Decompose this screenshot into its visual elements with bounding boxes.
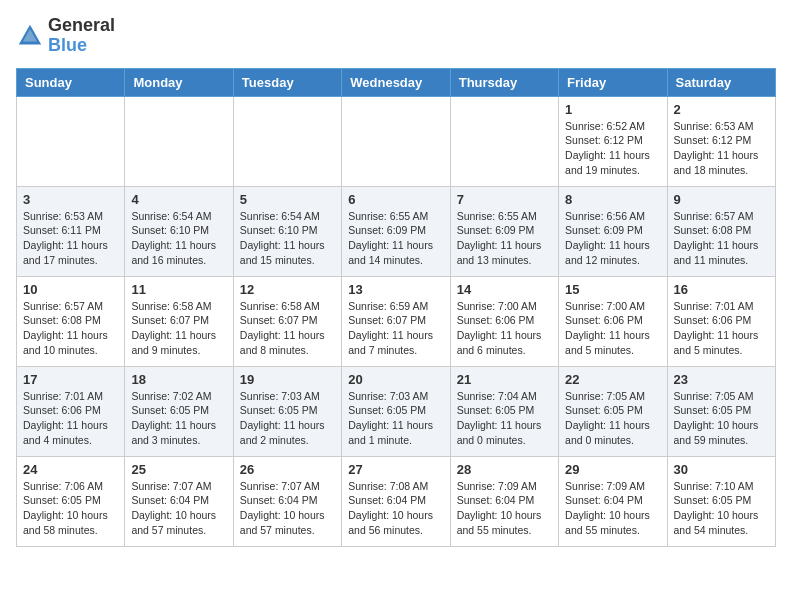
day-number: 2: [674, 102, 769, 117]
week-row-4: 17Sunrise: 7:01 AM Sunset: 6:06 PM Dayli…: [17, 366, 776, 456]
calendar-cell: 22Sunrise: 7:05 AM Sunset: 6:05 PM Dayli…: [559, 366, 667, 456]
day-number: 11: [131, 282, 226, 297]
day-info: Sunrise: 6:53 AM Sunset: 6:12 PM Dayligh…: [674, 119, 769, 178]
day-info: Sunrise: 6:54 AM Sunset: 6:10 PM Dayligh…: [131, 209, 226, 268]
day-number: 23: [674, 372, 769, 387]
week-row-5: 24Sunrise: 7:06 AM Sunset: 6:05 PM Dayli…: [17, 456, 776, 546]
day-info: Sunrise: 7:01 AM Sunset: 6:06 PM Dayligh…: [674, 299, 769, 358]
day-number: 12: [240, 282, 335, 297]
day-number: 22: [565, 372, 660, 387]
day-info: Sunrise: 6:56 AM Sunset: 6:09 PM Dayligh…: [565, 209, 660, 268]
day-number: 20: [348, 372, 443, 387]
day-info: Sunrise: 7:05 AM Sunset: 6:05 PM Dayligh…: [565, 389, 660, 448]
day-info: Sunrise: 6:55 AM Sunset: 6:09 PM Dayligh…: [348, 209, 443, 268]
calendar-cell: 6Sunrise: 6:55 AM Sunset: 6:09 PM Daylig…: [342, 186, 450, 276]
calendar-cell: 3Sunrise: 6:53 AM Sunset: 6:11 PM Daylig…: [17, 186, 125, 276]
day-info: Sunrise: 7:05 AM Sunset: 6:05 PM Dayligh…: [674, 389, 769, 448]
weekday-header-thursday: Thursday: [450, 68, 558, 96]
day-info: Sunrise: 7:09 AM Sunset: 6:04 PM Dayligh…: [565, 479, 660, 538]
day-info: Sunrise: 7:04 AM Sunset: 6:05 PM Dayligh…: [457, 389, 552, 448]
calendar-cell: [17, 96, 125, 186]
weekday-header-wednesday: Wednesday: [342, 68, 450, 96]
calendar-cell: 26Sunrise: 7:07 AM Sunset: 6:04 PM Dayli…: [233, 456, 341, 546]
weekday-header-saturday: Saturday: [667, 68, 775, 96]
calendar-cell: 1Sunrise: 6:52 AM Sunset: 6:12 PM Daylig…: [559, 96, 667, 186]
calendar-cell: 21Sunrise: 7:04 AM Sunset: 6:05 PM Dayli…: [450, 366, 558, 456]
day-number: 30: [674, 462, 769, 477]
day-info: Sunrise: 7:10 AM Sunset: 6:05 PM Dayligh…: [674, 479, 769, 538]
day-number: 29: [565, 462, 660, 477]
day-info: Sunrise: 7:07 AM Sunset: 6:04 PM Dayligh…: [240, 479, 335, 538]
day-number: 3: [23, 192, 118, 207]
calendar-cell: 23Sunrise: 7:05 AM Sunset: 6:05 PM Dayli…: [667, 366, 775, 456]
calendar-cell: 24Sunrise: 7:06 AM Sunset: 6:05 PM Dayli…: [17, 456, 125, 546]
week-row-1: 1Sunrise: 6:52 AM Sunset: 6:12 PM Daylig…: [17, 96, 776, 186]
day-number: 21: [457, 372, 552, 387]
day-info: Sunrise: 6:54 AM Sunset: 6:10 PM Dayligh…: [240, 209, 335, 268]
day-info: Sunrise: 7:08 AM Sunset: 6:04 PM Dayligh…: [348, 479, 443, 538]
day-info: Sunrise: 6:55 AM Sunset: 6:09 PM Dayligh…: [457, 209, 552, 268]
day-info: Sunrise: 6:59 AM Sunset: 6:07 PM Dayligh…: [348, 299, 443, 358]
day-info: Sunrise: 7:03 AM Sunset: 6:05 PM Dayligh…: [348, 389, 443, 448]
day-number: 9: [674, 192, 769, 207]
day-info: Sunrise: 7:07 AM Sunset: 6:04 PM Dayligh…: [131, 479, 226, 538]
day-number: 15: [565, 282, 660, 297]
day-number: 8: [565, 192, 660, 207]
calendar-cell: 7Sunrise: 6:55 AM Sunset: 6:09 PM Daylig…: [450, 186, 558, 276]
calendar-table: SundayMondayTuesdayWednesdayThursdayFrid…: [16, 68, 776, 547]
day-info: Sunrise: 6:52 AM Sunset: 6:12 PM Dayligh…: [565, 119, 660, 178]
calendar-cell: 29Sunrise: 7:09 AM Sunset: 6:04 PM Dayli…: [559, 456, 667, 546]
week-row-2: 3Sunrise: 6:53 AM Sunset: 6:11 PM Daylig…: [17, 186, 776, 276]
day-number: 18: [131, 372, 226, 387]
calendar-cell: [450, 96, 558, 186]
calendar-cell: 11Sunrise: 6:58 AM Sunset: 6:07 PM Dayli…: [125, 276, 233, 366]
day-number: 27: [348, 462, 443, 477]
calendar-cell: [342, 96, 450, 186]
day-info: Sunrise: 7:01 AM Sunset: 6:06 PM Dayligh…: [23, 389, 118, 448]
calendar-cell: [125, 96, 233, 186]
day-info: Sunrise: 6:53 AM Sunset: 6:11 PM Dayligh…: [23, 209, 118, 268]
day-number: 14: [457, 282, 552, 297]
calendar-cell: 5Sunrise: 6:54 AM Sunset: 6:10 PM Daylig…: [233, 186, 341, 276]
calendar-cell: 13Sunrise: 6:59 AM Sunset: 6:07 PM Dayli…: [342, 276, 450, 366]
calendar-cell: 10Sunrise: 6:57 AM Sunset: 6:08 PM Dayli…: [17, 276, 125, 366]
day-number: 5: [240, 192, 335, 207]
calendar-cell: 28Sunrise: 7:09 AM Sunset: 6:04 PM Dayli…: [450, 456, 558, 546]
calendar-cell: 4Sunrise: 6:54 AM Sunset: 6:10 PM Daylig…: [125, 186, 233, 276]
day-info: Sunrise: 7:02 AM Sunset: 6:05 PM Dayligh…: [131, 389, 226, 448]
day-number: 7: [457, 192, 552, 207]
week-row-3: 10Sunrise: 6:57 AM Sunset: 6:08 PM Dayli…: [17, 276, 776, 366]
calendar-cell: 30Sunrise: 7:10 AM Sunset: 6:05 PM Dayli…: [667, 456, 775, 546]
day-number: 4: [131, 192, 226, 207]
day-number: 13: [348, 282, 443, 297]
day-number: 6: [348, 192, 443, 207]
calendar-cell: 27Sunrise: 7:08 AM Sunset: 6:04 PM Dayli…: [342, 456, 450, 546]
calendar-cell: [233, 96, 341, 186]
calendar-cell: 25Sunrise: 7:07 AM Sunset: 6:04 PM Dayli…: [125, 456, 233, 546]
day-number: 25: [131, 462, 226, 477]
calendar-cell: 12Sunrise: 6:58 AM Sunset: 6:07 PM Dayli…: [233, 276, 341, 366]
calendar-cell: 18Sunrise: 7:02 AM Sunset: 6:05 PM Dayli…: [125, 366, 233, 456]
day-info: Sunrise: 7:00 AM Sunset: 6:06 PM Dayligh…: [457, 299, 552, 358]
day-info: Sunrise: 6:57 AM Sunset: 6:08 PM Dayligh…: [23, 299, 118, 358]
day-info: Sunrise: 6:58 AM Sunset: 6:07 PM Dayligh…: [131, 299, 226, 358]
weekday-header-tuesday: Tuesday: [233, 68, 341, 96]
calendar-cell: 20Sunrise: 7:03 AM Sunset: 6:05 PM Dayli…: [342, 366, 450, 456]
logo: General Blue: [16, 16, 115, 56]
calendar-cell: 9Sunrise: 6:57 AM Sunset: 6:08 PM Daylig…: [667, 186, 775, 276]
weekday-header-sunday: Sunday: [17, 68, 125, 96]
day-number: 19: [240, 372, 335, 387]
calendar-cell: 16Sunrise: 7:01 AM Sunset: 6:06 PM Dayli…: [667, 276, 775, 366]
weekday-header-friday: Friday: [559, 68, 667, 96]
weekday-header-row: SundayMondayTuesdayWednesdayThursdayFrid…: [17, 68, 776, 96]
day-number: 28: [457, 462, 552, 477]
calendar-cell: 17Sunrise: 7:01 AM Sunset: 6:06 PM Dayli…: [17, 366, 125, 456]
page-header: General Blue: [16, 16, 776, 56]
day-number: 16: [674, 282, 769, 297]
day-info: Sunrise: 7:03 AM Sunset: 6:05 PM Dayligh…: [240, 389, 335, 448]
weekday-header-monday: Monday: [125, 68, 233, 96]
day-info: Sunrise: 7:06 AM Sunset: 6:05 PM Dayligh…: [23, 479, 118, 538]
day-number: 26: [240, 462, 335, 477]
day-number: 1: [565, 102, 660, 117]
day-info: Sunrise: 6:58 AM Sunset: 6:07 PM Dayligh…: [240, 299, 335, 358]
